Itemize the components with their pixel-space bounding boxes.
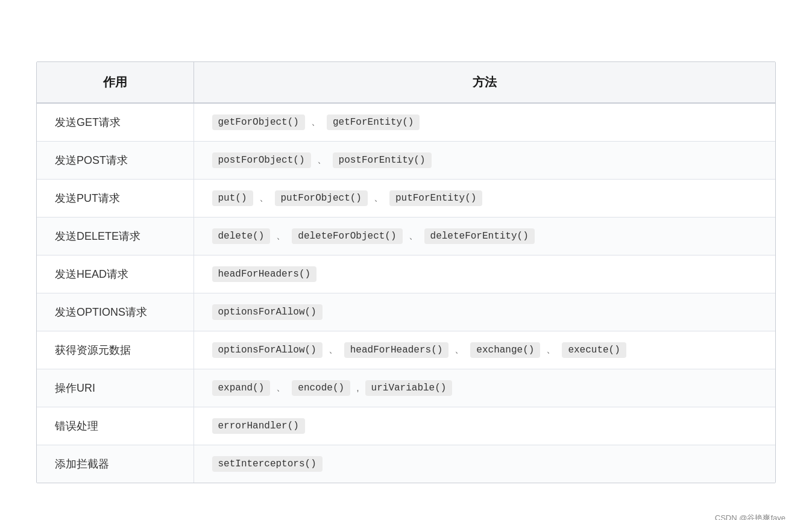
table-row: 操作URIexpand()、encode(),uriVariable() (37, 369, 775, 407)
code-tag: postForObject() (212, 152, 311, 168)
table-header-row: 作用 方法 (37, 62, 775, 103)
watermark: CSDN @谷艳爽faye (715, 513, 785, 520)
method-cell: postForObject()、postForEntity() (194, 141, 775, 179)
code-tag: deleteForEntity() (424, 228, 535, 244)
main-table: 作用 方法 发送GET请求getForObject()、getForEntity… (37, 62, 775, 483)
code-tag: postForEntity() (333, 152, 432, 168)
code-tag: setInterceptors() (212, 456, 323, 472)
table-row: 发送OPTIONS请求optionsForAllow() (37, 293, 775, 331)
separator: 、 (310, 116, 322, 128)
table-row: 发送DELETE请求delete()、deleteForObject()、del… (37, 217, 775, 255)
code-tag: putForEntity() (389, 190, 482, 206)
table-container: 作用 方法 发送GET请求getForObject()、getForEntity… (36, 61, 776, 483)
code-tag: headForHeaders() (212, 266, 317, 282)
table-row: 获得资源元数据optionsForAllow()、headForHeaders(… (37, 331, 775, 369)
action-cell: 发送POST请求 (37, 141, 194, 179)
table-row: 发送POST请求postForObject()、postForEntity() (37, 141, 775, 179)
code-tag: expand() (212, 380, 271, 396)
code-tag: getForEntity() (327, 114, 420, 130)
method-cell: setInterceptors() (194, 445, 775, 483)
code-tag: headForHeaders() (344, 342, 449, 358)
code-tag: optionsForAllow() (212, 304, 323, 320)
separator: 、 (373, 192, 385, 204)
method-cell: headForHeaders() (194, 255, 775, 293)
separator: 、 (316, 154, 328, 166)
code-tag: put() (212, 190, 253, 206)
separator: 、 (275, 381, 287, 394)
separator: 、 (545, 343, 557, 356)
page-wrapper: 作用 方法 发送GET请求getForObject()、getForEntity… (12, 12, 800, 520)
action-cell: 发送PUT请求 (37, 179, 194, 217)
code-tag: getForObject() (212, 114, 305, 130)
action-cell: 发送OPTIONS请求 (37, 293, 194, 331)
method-cell: optionsForAllow() (194, 293, 775, 331)
table-row: 发送PUT请求put()、putForObject()、putForEntity… (37, 179, 775, 217)
method-cell: put()、putForObject()、putForEntity() (194, 179, 775, 217)
action-cell: 发送DELETE请求 (37, 217, 194, 255)
table-row: 发送HEAD请求headForHeaders() (37, 255, 775, 293)
action-cell: 错误处理 (37, 407, 194, 445)
code-tag: delete() (212, 228, 271, 244)
code-tag: exchange() (470, 342, 540, 358)
action-cell: 获得资源元数据 (37, 331, 194, 369)
code-tag: errorHandler() (212, 418, 305, 434)
code-tag: uriVariable() (365, 380, 453, 396)
separator: 、 (408, 230, 420, 242)
code-tag: deleteForObject() (292, 228, 402, 244)
method-cell: delete()、deleteForObject()、deleteForEnti… (194, 217, 775, 255)
code-tag: encode() (292, 380, 350, 396)
code-tag: optionsForAllow() (212, 342, 323, 358)
method-cell: expand()、encode(),uriVariable() (194, 369, 775, 407)
code-tag: putForObject() (275, 190, 368, 206)
header-action: 作用 (37, 62, 194, 103)
method-cell: errorHandler() (194, 407, 775, 445)
action-cell: 添加拦截器 (37, 445, 194, 483)
method-cell: optionsForAllow()、headForHeaders()、excha… (194, 331, 775, 369)
table-row: 添加拦截器setInterceptors() (37, 445, 775, 483)
action-cell: 发送HEAD请求 (37, 255, 194, 293)
action-cell: 操作URI (37, 369, 194, 407)
method-cell: getForObject()、getForEntity() (194, 103, 775, 142)
separator: 、 (327, 343, 339, 356)
table-row: 错误处理errorHandler() (37, 407, 775, 445)
action-cell: 发送GET请求 (37, 103, 194, 142)
code-tag: execute() (562, 342, 626, 358)
header-method: 方法 (194, 62, 775, 103)
separator: 、 (453, 343, 465, 356)
separator: 、 (275, 230, 287, 242)
separator: , (355, 383, 360, 393)
table-row: 发送GET请求getForObject()、getForEntity() (37, 103, 775, 142)
separator: 、 (258, 192, 270, 204)
